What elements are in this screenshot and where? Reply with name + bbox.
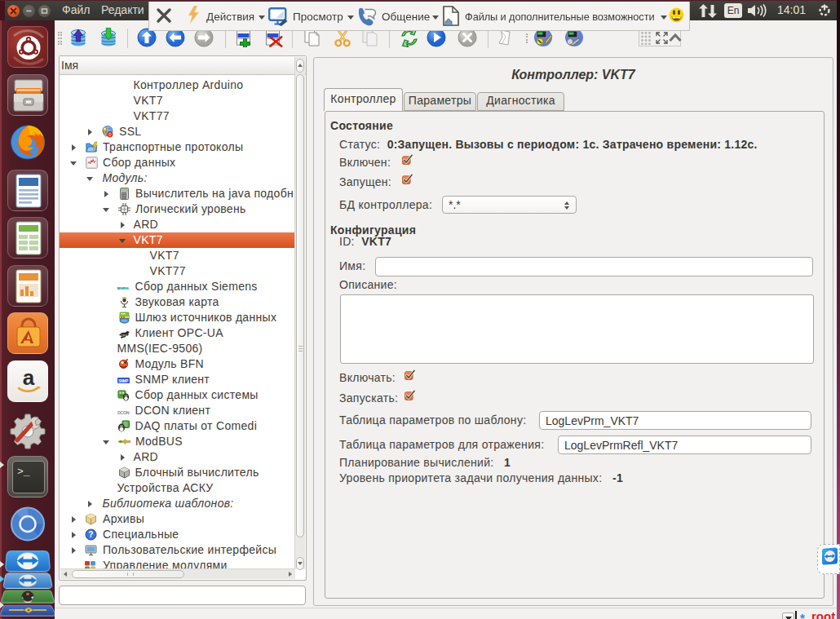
svg-text:SNMP: SNMP (118, 379, 129, 383)
svg-text:SIEMENS: SIEMENS (117, 286, 129, 290)
svg-text:?: ? (88, 530, 93, 539)
svg-text:a: a (23, 365, 35, 390)
svg-text:OPC: OPC (121, 334, 127, 338)
svg-text:DCON: DCON (117, 410, 130, 415)
